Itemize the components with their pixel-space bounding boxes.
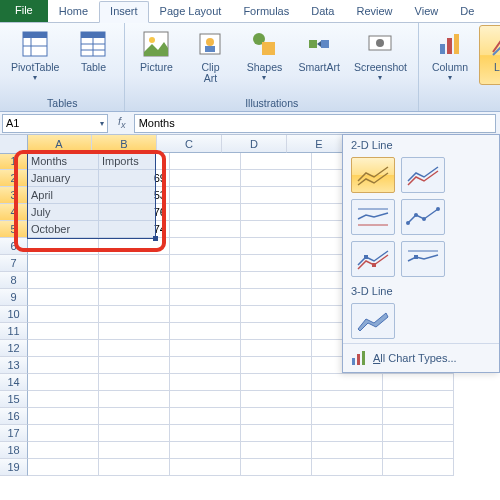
tab-data[interactable]: Data bbox=[300, 1, 345, 23]
cell[interactable] bbox=[99, 289, 170, 306]
cell[interactable] bbox=[170, 204, 241, 221]
cell[interactable] bbox=[241, 221, 312, 238]
row-header[interactable]: 1 bbox=[0, 153, 28, 170]
cell[interactable] bbox=[99, 442, 170, 459]
row-header[interactable]: 18 bbox=[0, 442, 28, 459]
cell[interactable] bbox=[99, 238, 170, 255]
screenshot-button[interactable]: Screenshot ▾ bbox=[349, 25, 412, 85]
chart-line-100stacked-markers[interactable] bbox=[401, 241, 445, 277]
cell[interactable] bbox=[28, 425, 99, 442]
table-button[interactable]: Table bbox=[68, 25, 118, 76]
cell[interactable] bbox=[241, 323, 312, 340]
chart-line-markers[interactable] bbox=[401, 199, 445, 235]
cell[interactable] bbox=[28, 391, 99, 408]
cell[interactable] bbox=[28, 272, 99, 289]
row-header[interactable]: 3 bbox=[0, 187, 28, 204]
cell[interactable]: Imports bbox=[99, 153, 170, 170]
fx-icon[interactable]: fx bbox=[110, 115, 134, 130]
cell[interactable] bbox=[170, 391, 241, 408]
cell[interactable] bbox=[170, 340, 241, 357]
shapes-button[interactable]: Shapes ▾ bbox=[239, 25, 289, 85]
chart-line-stacked-markers[interactable] bbox=[351, 241, 395, 277]
cell[interactable] bbox=[383, 374, 454, 391]
row-header[interactable]: 6 bbox=[0, 238, 28, 255]
cell[interactable] bbox=[170, 221, 241, 238]
column-header[interactable]: B bbox=[92, 135, 157, 153]
cell[interactable] bbox=[241, 204, 312, 221]
cell[interactable] bbox=[99, 357, 170, 374]
cell[interactable] bbox=[241, 459, 312, 476]
cell[interactable] bbox=[28, 289, 99, 306]
cell[interactable] bbox=[170, 374, 241, 391]
cell[interactable] bbox=[28, 255, 99, 272]
row-header[interactable]: 19 bbox=[0, 459, 28, 476]
tab-review[interactable]: Review bbox=[345, 1, 403, 23]
cell[interactable] bbox=[312, 459, 383, 476]
row-header[interactable]: 14 bbox=[0, 374, 28, 391]
tab-formulas[interactable]: Formulas bbox=[232, 1, 300, 23]
cell[interactable] bbox=[99, 425, 170, 442]
cell[interactable] bbox=[241, 391, 312, 408]
cell[interactable] bbox=[170, 425, 241, 442]
cell[interactable] bbox=[99, 306, 170, 323]
cell[interactable] bbox=[28, 408, 99, 425]
cell[interactable] bbox=[99, 323, 170, 340]
row-header[interactable]: 5 bbox=[0, 221, 28, 238]
tab-developer[interactable]: De bbox=[449, 1, 485, 23]
cell[interactable] bbox=[241, 187, 312, 204]
cell[interactable]: 53 bbox=[99, 187, 170, 204]
cell[interactable] bbox=[170, 442, 241, 459]
cell[interactable] bbox=[241, 408, 312, 425]
cell[interactable] bbox=[170, 238, 241, 255]
column-header[interactable]: A bbox=[27, 135, 92, 153]
clipart-button[interactable]: Clip Art bbox=[185, 25, 235, 87]
cell[interactable] bbox=[383, 459, 454, 476]
column-header[interactable]: D bbox=[222, 135, 287, 153]
cell[interactable] bbox=[99, 374, 170, 391]
cell[interactable] bbox=[241, 374, 312, 391]
smartart-button[interactable]: SmartArt bbox=[293, 25, 344, 76]
all-chart-types[interactable]: AAll Chart Types...ll Chart Types... bbox=[343, 343, 499, 372]
cell[interactable] bbox=[99, 408, 170, 425]
row-header[interactable]: 17 bbox=[0, 425, 28, 442]
cell[interactable] bbox=[241, 170, 312, 187]
cell[interactable] bbox=[99, 391, 170, 408]
cell[interactable] bbox=[312, 374, 383, 391]
cell[interactable] bbox=[28, 442, 99, 459]
cell[interactable] bbox=[241, 289, 312, 306]
cell[interactable] bbox=[99, 340, 170, 357]
cell[interactable] bbox=[312, 425, 383, 442]
column-header[interactable]: C bbox=[157, 135, 222, 153]
cell[interactable] bbox=[99, 255, 170, 272]
row-header[interactable]: 13 bbox=[0, 357, 28, 374]
pivottable-button[interactable]: PivotTable ▾ bbox=[6, 25, 64, 85]
cell[interactable]: 76 bbox=[99, 204, 170, 221]
cell[interactable] bbox=[241, 357, 312, 374]
chart-3d-line[interactable] bbox=[351, 303, 395, 339]
cell[interactable]: April bbox=[28, 187, 99, 204]
row-header[interactable]: 2 bbox=[0, 170, 28, 187]
cell[interactable] bbox=[170, 408, 241, 425]
cell[interactable]: 74 bbox=[99, 221, 170, 238]
cell[interactable] bbox=[241, 238, 312, 255]
cell[interactable] bbox=[28, 238, 99, 255]
cell[interactable] bbox=[28, 357, 99, 374]
chart-line-stacked[interactable] bbox=[401, 157, 445, 193]
cell[interactable] bbox=[170, 323, 241, 340]
chart-line-100stacked[interactable] bbox=[351, 199, 395, 235]
cell[interactable] bbox=[312, 408, 383, 425]
row-header[interactable]: 7 bbox=[0, 255, 28, 272]
cell[interactable]: 69 bbox=[99, 170, 170, 187]
chart-line-basic[interactable] bbox=[351, 157, 395, 193]
cell[interactable] bbox=[170, 289, 241, 306]
select-all-corner[interactable] bbox=[0, 135, 28, 154]
row-header[interactable]: 15 bbox=[0, 391, 28, 408]
row-header[interactable]: 4 bbox=[0, 204, 28, 221]
cell[interactable] bbox=[383, 408, 454, 425]
cell[interactable]: Months bbox=[28, 153, 99, 170]
cell[interactable] bbox=[99, 459, 170, 476]
cell[interactable] bbox=[241, 425, 312, 442]
cell[interactable] bbox=[170, 153, 241, 170]
name-box[interactable]: A1 ▾ bbox=[2, 114, 108, 133]
cell[interactable]: July bbox=[28, 204, 99, 221]
